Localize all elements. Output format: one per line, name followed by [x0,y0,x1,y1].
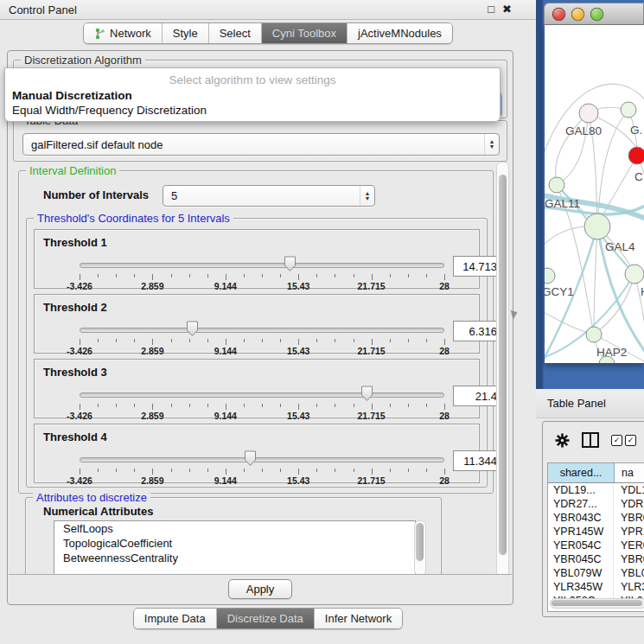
column-header-name[interactable]: na [615,463,644,482]
table-row[interactable]: YBL079WYBL0 [548,566,644,580]
tab-infer-network[interactable]: Infer Network [314,609,402,628]
tab-network[interactable]: Network [84,23,162,43]
cell-name: YPR1 [614,525,644,539]
network-edge[interactable] [594,226,597,335]
table-hscrollbar[interactable] [550,598,644,609]
tab-style[interactable]: Style [162,23,208,43]
slider-track[interactable] [80,328,444,333]
algorithm-option-manual[interactable]: Manual Discretization [5,88,500,103]
slider-track[interactable] [80,263,444,268]
tab-label: jActiveMNodules [358,27,442,40]
tab-select[interactable]: Select [208,23,261,43]
node-label: GCY1 [545,285,574,298]
table-panel-titlebar: Table Panel [536,389,644,418]
close-panel-icon[interactable]: ✖ [502,3,512,16]
tab-jactivemnodules[interactable]: jActiveMNodules [347,23,452,43]
network-canvas[interactable]: GAL80G.CGAL11GAL4GCY1HHAP2 [545,25,644,363]
threshold-panel-3: Threshold 3-3.4262.8599.14415.4321.71528… [34,359,480,418]
thresholds-group: Threshold's Coordinates for 5 Intervals … [26,218,488,488]
slider-thumb[interactable] [360,386,373,402]
network-node-hap2[interactable] [586,327,602,342]
threshold-label: Threshold 2 [35,295,479,314]
number-of-intervals-select[interactable]: 5 ▲▼ [163,185,375,207]
slider-thumb[interactable] [284,256,296,272]
tab-label: Style [173,27,198,40]
algorithm-prompt-option[interactable]: Select algorithm to view settings [5,68,500,88]
cell-name: YDL1 [614,483,644,497]
cell-name: YBL0 [614,566,644,580]
checkbox-icon[interactable]: ✓ [625,435,636,446]
table-data-group: Table Data galFiltered.sif default node … [13,120,507,162]
cell-name: YLR3 [614,580,644,594]
table-panel-title: Table Panel [536,397,606,410]
attribute-item[interactable]: SelfLoops [54,521,415,536]
threshold-label: Threshold 1 [35,230,479,249]
tab-label: Impute Data [144,612,206,625]
table-row[interactable]: YPR145WYPR1 [548,525,644,539]
network-icon [94,28,105,40]
threshold-label: Threshold 3 [35,360,479,379]
cell-shared-name: YER054C [548,539,614,552]
tab-label: Network [110,27,151,40]
slider-tick-labels: -3.4262.8599.14415.4321.71528 [80,411,444,421]
columns-icon[interactable] [582,432,599,448]
table-row[interactable]: YDR27...YDR2 [548,497,644,511]
slider-track[interactable] [80,457,444,462]
table-row[interactable]: YBR043CYBR0 [548,511,644,525]
slider-tick-labels: -3.4262.8599.14415.4321.71528 [80,346,444,356]
interval-definition-group: Interval Definition Number of Intervals … [18,170,494,494]
slider-ticks [80,469,444,475]
number-of-intervals-label: Number of Intervals [43,188,149,201]
attribute-item[interactable]: BetweennessCentrality [54,551,415,565]
minimize-window-icon[interactable] [571,8,584,21]
panel-title: Control Panel [0,3,77,16]
attributes-title: Attributes to discretize [33,491,150,504]
table-row[interactable]: YER054CYER0 [548,539,644,552]
tab-impute-data[interactable]: Impute Data [134,609,216,628]
network-node-gal80[interactable] [579,104,598,123]
attributes-scrollbar[interactable] [414,520,426,576]
network-node-c[interactable] [628,147,644,164]
node-label: GAL11 [545,197,580,210]
threshold-label: Threshold 4 [35,424,479,443]
gear-icon[interactable] [555,433,570,448]
network-node-gal11[interactable] [549,177,564,193]
network-node-g[interactable] [621,102,636,118]
table-row[interactable]: YLR345WYLR3 [548,580,644,594]
cell-name: YDR2 [614,497,644,511]
slider-tick-labels: -3.4262.8599.14415.4321.71528 [80,281,444,291]
cell-shared-name: YDL19... [548,483,614,497]
tab-cyni-toolbox[interactable]: Cyni Toolbox [261,23,347,43]
slider-track[interactable] [80,392,444,398]
attribute-item[interactable]: TopologicalCoefficient [54,536,415,551]
cyni-mode-tabs: Impute DataDiscretize DataInfer Network [0,608,536,629]
apply-button[interactable]: Apply [228,579,293,599]
threshold-panel-2: Threshold 2-3.4262.8599.14415.4321.71528… [34,294,480,354]
tab-discretize-data[interactable]: Discretize Data [216,609,314,628]
network-node-gal4[interactable] [584,214,610,239]
float-window-icon[interactable]: □ [488,3,494,16]
cyni-toolbox-panel: Discretization Algorithm ▲▼ Table Data g… [7,50,513,605]
column-header-shared-name[interactable]: shared... [548,463,615,482]
network-node-gcy1[interactable] [545,268,555,284]
close-window-icon[interactable] [552,8,565,21]
control-panel-tabs: NetworkStyleSelectCyni ToolboxjActiveMNo… [0,22,536,44]
slider-thumb[interactable] [244,450,257,467]
numerical-attributes-list[interactable]: SelfLoopsTopologicalCoefficientBetweenne… [54,520,416,576]
slider-thumb[interactable] [186,321,199,337]
table-row[interactable]: YBR045CYBR0 [548,552,644,566]
content-scrollbar[interactable] [496,162,509,582]
algorithm-option-equal-width[interactable]: Equal Width/Frequency Discretization [5,103,500,118]
stepper-icon: ▲▼ [484,134,499,155]
discretization-algorithm-title: Discretization Algorithm [21,54,145,67]
table-data-select[interactable]: galFiltered.sif default node ▲▼ [22,133,500,156]
table-row[interactable]: YDL19...YDL1 [548,483,644,497]
table-toolbar: ✓ ✓ [543,422,644,458]
checkbox-icon[interactable]: ✓ [611,435,622,446]
network-node-h[interactable] [625,265,644,284]
cell-shared-name: YDR27... [548,497,614,511]
zoom-window-icon[interactable] [590,8,603,21]
node-label: H [641,285,644,298]
node-label: HAP2 [596,346,627,359]
node-table: shared... na YDL19...YDL1YDR27...YDR2YBR… [547,462,644,612]
